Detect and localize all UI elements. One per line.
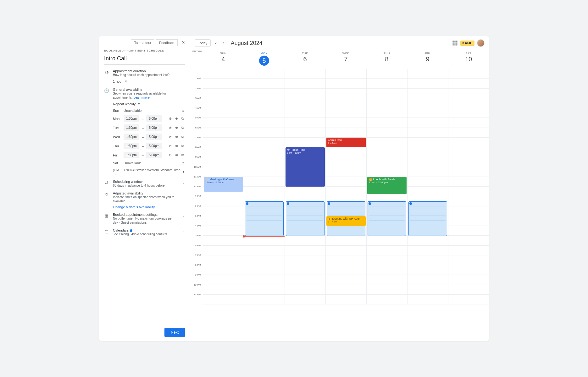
end-time-input[interactable]: 5:00pm xyxy=(146,134,162,140)
workspace-badge: KAIJU xyxy=(460,41,474,46)
calendar-event[interactable]: ☕ Meeting with Owen11am – 12:30pm xyxy=(204,177,243,192)
hour-label: 1 PM xyxy=(190,195,203,205)
availability-row-wed: Wed1:30pm–5:00pm⊘⊕⧉ xyxy=(113,134,185,140)
day-header-10[interactable]: SAT10 xyxy=(448,50,489,69)
hour-label: 4 PM xyxy=(190,224,203,234)
start-time-input[interactable]: 1:30pm xyxy=(124,124,139,131)
copy-interval-icon[interactable]: ⧉ xyxy=(180,153,185,157)
add-interval-icon[interactable]: ⊕ xyxy=(180,161,185,165)
add-interval-icon[interactable]: ⊕ xyxy=(174,126,179,130)
calendars-section[interactable]: ▢ Calendars Joe Chiang · Avoid schedulin… xyxy=(104,228,185,236)
feedback-button[interactable]: Feedback xyxy=(156,39,178,46)
avatar[interactable] xyxy=(477,39,485,47)
end-time-input[interactable]: 5:00pm xyxy=(146,152,162,158)
copy-interval-icon[interactable]: ⧉ xyxy=(180,144,185,148)
day-header-7[interactable]: WED7 xyxy=(325,50,366,69)
start-time-input[interactable]: 1:30pm xyxy=(124,152,139,158)
copy-interval-icon[interactable]: ⧉ xyxy=(180,135,185,139)
duration-label: Appointment duration xyxy=(113,69,185,73)
hour-label: 6 PM xyxy=(190,244,203,254)
availability-row-fri: Fri1:30pm–5:00pm⊘⊕⧉ xyxy=(113,152,185,158)
next-button[interactable]: Next xyxy=(164,328,185,337)
end-time-input[interactable]: 5:00pm xyxy=(146,115,162,122)
day-header-6[interactable]: TUE6 xyxy=(285,50,325,69)
copy-interval-icon[interactable]: ⧉ xyxy=(180,126,185,130)
day-header-9[interactable]: FRI9 xyxy=(407,50,448,69)
hour-label: 11 AM xyxy=(190,175,203,185)
day-column[interactable] xyxy=(244,69,285,304)
gmt-label: GMT+08 xyxy=(192,50,202,53)
day-column[interactable] xyxy=(448,69,489,304)
swap-icon: ⇄ xyxy=(104,180,109,185)
availability-row-mon: Mon1:30pm–5:00pm⊘⊕⧉ xyxy=(113,115,185,122)
start-time-input[interactable]: 1:30pm xyxy=(124,134,139,140)
today-button[interactable]: Today xyxy=(195,39,211,47)
day-column[interactable]: Admin task7 – 8am💰 Meeting with Tax Agen… xyxy=(325,69,366,304)
start-time-input[interactable]: 1:30pm xyxy=(124,115,139,122)
timezone-dropdown[interactable]: (GMT+08:00) Australian Western Standard … xyxy=(113,168,185,175)
day-header-4[interactable]: SUN4 xyxy=(203,50,244,69)
remove-interval-icon[interactable]: ⊘ xyxy=(168,153,172,157)
hour-label: 2 AM xyxy=(190,87,203,97)
learn-more-link[interactable]: Learn more xyxy=(134,96,150,99)
appointment-slot-block[interactable] xyxy=(245,201,284,236)
duration-dropdown[interactable]: 1 hour▼ xyxy=(113,79,127,83)
add-interval-icon[interactable]: ⊕ xyxy=(174,153,179,157)
hour-label: 2 PM xyxy=(190,205,203,215)
availability-row-sun: SunUnavailable⊕ xyxy=(113,108,185,113)
end-time-input[interactable]: 5:00pm xyxy=(146,143,162,149)
clock-icon: 🕑 xyxy=(104,88,109,175)
hour-label: 10 AM xyxy=(190,166,203,175)
change-date-link[interactable]: Change a date's availability xyxy=(113,205,185,209)
hour-label: 1 AM xyxy=(190,77,203,87)
hour-label: 8 AM xyxy=(190,146,203,156)
remove-interval-icon[interactable]: ⊘ xyxy=(168,135,172,139)
appointment-slot-block[interactable] xyxy=(286,201,325,236)
calendar-event[interactable]: ⏱ Focus Time8am – 12pm xyxy=(286,147,325,187)
schedule-title-input[interactable] xyxy=(104,54,185,65)
add-interval-icon[interactable]: ⊕ xyxy=(174,117,179,121)
appointment-slot-block[interactable] xyxy=(408,201,447,236)
booked-settings-section[interactable]: ▦ Booked appointment settings No buffer … xyxy=(104,213,185,225)
hour-label: 5 PM xyxy=(190,234,203,244)
add-interval-icon[interactable]: ⊕ xyxy=(180,108,185,113)
availability-label: General availability xyxy=(113,88,185,91)
take-tour-button[interactable]: Take a tour xyxy=(131,39,154,46)
adjusted-availability-section[interactable]: ↻ Adjusted availability Indicate times o… xyxy=(104,191,185,209)
apps-icon[interactable] xyxy=(452,40,458,46)
availability-row-sat: SatUnavailable⊕ xyxy=(113,161,185,165)
day-column[interactable]: ☕ Meeting with Owen11am – 12:30pm xyxy=(203,69,244,304)
day-column[interactable] xyxy=(407,69,448,304)
prev-week-button[interactable]: ‹ xyxy=(213,39,219,47)
day-column[interactable]: ⏱ Focus Time8am – 12pm xyxy=(285,69,325,304)
duration-icon: ◔ xyxy=(104,69,109,83)
day-header-5[interactable]: MON5 xyxy=(244,50,285,69)
hour-label: 9 PM xyxy=(190,273,203,283)
chevron-down-icon: ⌄ xyxy=(182,213,185,217)
calendar-event[interactable]: Admin task7 – 8am xyxy=(326,138,366,147)
hour-label: 8 PM xyxy=(190,264,203,273)
end-time-input[interactable]: 5:00pm xyxy=(146,124,162,131)
remove-interval-icon[interactable]: ⊘ xyxy=(168,126,172,130)
remove-interval-icon[interactable]: ⊘ xyxy=(168,144,172,148)
hour-label: 10 PM xyxy=(190,283,203,293)
day-column[interactable]: 🍔 Lunch with Sarah11am – 12:45pm xyxy=(366,69,407,304)
scheduling-window-section[interactable]: ⇄ Scheduling window 60 days in advance t… xyxy=(104,180,185,188)
day-header-8[interactable]: THU8 xyxy=(366,50,407,69)
eyebrow-label: BOOKABLE APPOINTMENT SCHEDULE xyxy=(104,49,185,52)
calendar-event[interactable]: 🍔 Lunch with Sarah11am – 12:45pm xyxy=(367,177,407,194)
close-icon[interactable]: × xyxy=(179,38,187,47)
add-interval-icon[interactable]: ⊕ xyxy=(174,135,179,139)
hour-label: 4 AM xyxy=(190,107,203,116)
next-week-button[interactable]: › xyxy=(221,39,226,47)
hour-label: 12 PM xyxy=(190,185,203,195)
copy-interval-icon[interactable]: ⧉ xyxy=(180,117,185,121)
appointment-slot-block[interactable] xyxy=(368,201,406,236)
start-time-input[interactable]: 1:30pm xyxy=(124,143,139,149)
repeat-dropdown[interactable]: Repeat weekly▼ xyxy=(113,102,140,106)
calendar-main: Today ‹ › August 2024 KAIJU GMT+08 SUN4M… xyxy=(190,36,489,341)
add-interval-icon[interactable]: ⊕ xyxy=(174,144,179,148)
calendar-event[interactable]: 💰 Meeting with Tax Agent3 – 4pm xyxy=(326,216,366,226)
calendar-check-icon: ▦ xyxy=(104,213,109,218)
remove-interval-icon[interactable]: ⊘ xyxy=(168,117,172,121)
